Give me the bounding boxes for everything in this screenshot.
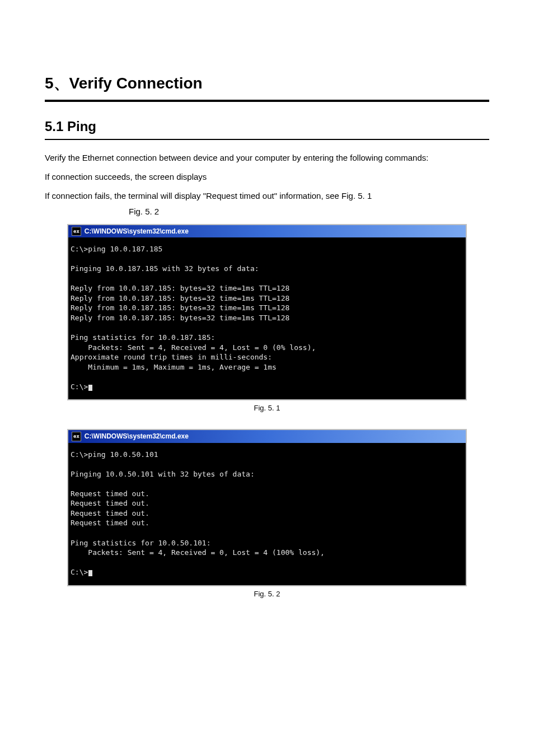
cmd-line: C:\>ping 10.0.187.185 [71, 245, 162, 253]
fig-ref-51: Fig. 5. 1 [341, 191, 372, 200]
section-title: 5.1 Ping [45, 119, 489, 134]
fig-ref-line: Fig. 5. 2 [45, 205, 489, 218]
cmd-titlebar: ex C:\WINDOWS\system32\cmd.exe [68, 225, 466, 237]
cmd-line: Reply from 10.0.187.185: bytes=32 time=1… [71, 304, 289, 312]
cmd-line: Request timed out. [71, 509, 149, 517]
quoted-text: "Request timed out" [203, 191, 277, 200]
cmd-line: Reply from 10.0.187.185: bytes=32 time=1… [71, 284, 289, 292]
cmd-line: Reply from 10.0.187.185: bytes=32 time=1… [71, 314, 289, 322]
cmd-line: Request timed out. [71, 519, 149, 527]
cmd-line: Request timed out. [71, 489, 149, 498]
section-rule [45, 139, 489, 140]
cmd-window-success: ex C:\WINDOWS\system32\cmd.exe C:\>ping … [67, 224, 467, 400]
figure-caption-52: Fig. 5. 2 [45, 590, 489, 598]
cmd-title-text: C:\WINDOWS\system32\cmd.exe [85, 432, 189, 441]
paragraph-intro: Verify the Ethernet connection between d… [45, 151, 489, 165]
cmd-line: Approximate round trip times in milli-se… [71, 353, 272, 361]
cmd-body: C:\>ping 10.0.187.185 Pinging 10.0.187.1… [68, 237, 466, 399]
cursor-icon [88, 385, 92, 391]
cmd-line: Minimum = 1ms, Maximum = 1ms, Average = … [71, 363, 277, 371]
cmd-line: C:\>ping 10.0.50.101 [71, 450, 158, 459]
cmd-line: Ping statistics for 10.0.187.185: [71, 333, 215, 342]
figure-caption-51: Fig. 5. 1 [45, 404, 489, 412]
cmd-title-text: C:\WINDOWS\system32\cmd.exe [85, 227, 189, 236]
chapter-rule [45, 100, 489, 102]
cmd-line: Pinging 10.0.50.101 with 32 bytes of dat… [71, 470, 255, 478]
text-fragment: information, see [277, 191, 341, 200]
cmd-line: Ping statistics for 10.0.50.101: [71, 539, 210, 547]
cursor-icon [88, 570, 92, 576]
cmd-icon: ex [72, 432, 81, 441]
cmd-window-fail: ex C:\WINDOWS\system32\cmd.exe C:\>ping … [67, 429, 467, 586]
cmd-line: Pinging 10.0.187.185 with 32 bytes of da… [71, 264, 259, 273]
cmd-titlebar: ex C:\WINDOWS\system32\cmd.exe [68, 430, 466, 442]
cmd-line: Request timed out. [71, 499, 149, 507]
page-content: 5、Verify Connection 5.1 Ping Verify the … [0, 0, 534, 632]
paragraph-fail: If connection fails, the terminal will d… [45, 189, 489, 203]
cmd-line: Packets: Sent = 4, Received = 0, Lost = … [71, 548, 325, 557]
text-fragment: If connection fails, the terminal will d… [45, 191, 203, 200]
cmd-line: Reply from 10.0.187.185: bytes=32 time=1… [71, 294, 289, 302]
paragraph-success: If connection succeeds, the screen displ… [45, 170, 489, 184]
cmd-icon: ex [72, 227, 81, 236]
cmd-line: Packets: Sent = 4, Received = 4, Lost = … [71, 343, 316, 352]
chapter-title: 5、Verify Connection [45, 73, 489, 94]
cmd-body: C:\>ping 10.0.50.101 Pinging 10.0.50.101… [68, 443, 466, 585]
text-fragment: If connection succeeds, the screen displ… [45, 172, 207, 181]
fig-ref-52: Fig. 5. 2 [129, 207, 159, 216]
cmd-prompt: C:\> [71, 382, 88, 391]
cmd-prompt: C:\> [71, 568, 88, 576]
